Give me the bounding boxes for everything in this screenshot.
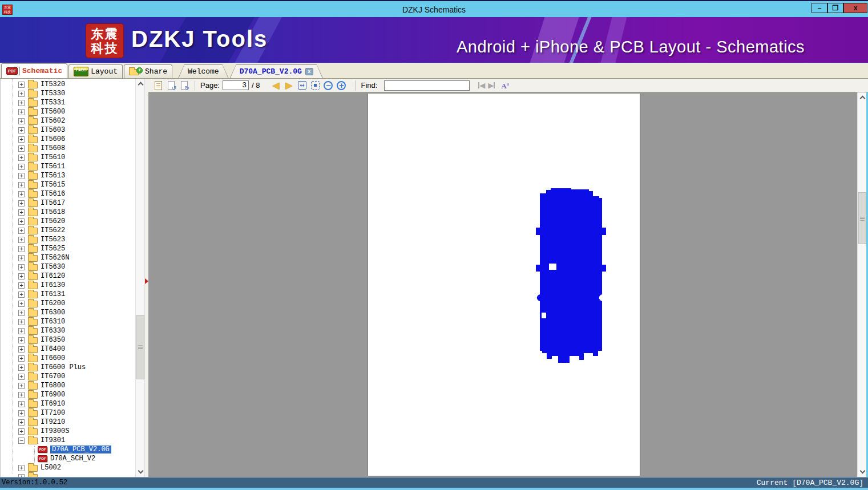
expand-icon[interactable]: + bbox=[18, 191, 25, 197]
expand-icon[interactable]: + bbox=[18, 164, 25, 170]
fit-width-button[interactable]: ↔ bbox=[297, 80, 307, 91]
tree-item-folder[interactable]: +IT5615 bbox=[1, 180, 135, 189]
expand-icon[interactable]: + bbox=[18, 182, 25, 188]
zoom-in-button[interactable]: + bbox=[336, 80, 346, 91]
tree-item-folder[interactable]: +IT6350 bbox=[1, 335, 135, 345]
tree-item-folder[interactable]: +IT6330 bbox=[1, 326, 135, 335]
tree-item-folder[interactable]: +IT6910 bbox=[1, 399, 135, 408]
viewer-scrollbar[interactable] bbox=[857, 92, 866, 477]
tree-item-folder[interactable]: +IT6200 bbox=[1, 299, 135, 308]
expand-icon[interactable]: + bbox=[18, 200, 25, 206]
page-number-input[interactable] bbox=[223, 80, 249, 90]
tree-item-folder[interactable]: +IT5630 bbox=[1, 262, 135, 272]
tree-item-folder[interactable]: +IT6700 bbox=[1, 372, 135, 381]
tree-item-folder[interactable]: +IT5600 bbox=[1, 107, 135, 116]
rotate-right-button[interactable]: ↻ bbox=[179, 80, 189, 91]
expand-icon[interactable]: + bbox=[18, 401, 25, 407]
tab-share[interactable]: + Share bbox=[124, 64, 172, 78]
tree-item-document[interactable]: PDFD70A_PCB_V2.0G bbox=[1, 445, 135, 454]
tab-schematic[interactable]: PDF Schematic bbox=[1, 63, 67, 78]
tree-item-folder[interactable]: +IT6400 bbox=[1, 345, 135, 354]
next-page-button[interactable]: ▶ bbox=[284, 80, 294, 91]
tree-item-folder[interactable]: +IT6600 bbox=[1, 354, 135, 363]
tree-item-folder[interactable]: +L5002 bbox=[1, 463, 135, 472]
expand-icon[interactable]: + bbox=[18, 173, 25, 179]
tree-item-folder[interactable]: +IT5625 bbox=[1, 244, 135, 253]
tree-item-folder[interactable]: +IT5617 bbox=[1, 199, 135, 208]
expand-icon[interactable]: + bbox=[18, 419, 25, 426]
viewer-scrollbar-thumb[interactable] bbox=[858, 192, 866, 244]
expand-icon[interactable]: + bbox=[18, 273, 25, 280]
tree-item-folder[interactable]: +IT6130 bbox=[1, 281, 135, 290]
expand-icon[interactable]: + bbox=[18, 237, 25, 243]
tree-item-folder[interactable]: +IT6600 Plus bbox=[1, 363, 135, 372]
tree-item-folder[interactable]: +IT5606 bbox=[1, 135, 135, 144]
tree-item-folder[interactable]: +IT5618 bbox=[1, 208, 135, 217]
find-input[interactable] bbox=[384, 80, 470, 91]
tree-item-folder[interactable]: +IT5623 bbox=[1, 235, 135, 244]
tree-scrollbar[interactable] bbox=[135, 79, 144, 477]
expand-icon[interactable]: + bbox=[18, 337, 25, 343]
expand-icon[interactable]: + bbox=[18, 118, 25, 124]
expand-icon[interactable]: + bbox=[18, 246, 25, 252]
collapse-icon[interactable]: − bbox=[18, 438, 25, 444]
tree-item-folder[interactable]: +IT9300S bbox=[1, 427, 135, 436]
tree-item-folder[interactable]: +IT5608 bbox=[1, 144, 135, 153]
fit-page-button[interactable] bbox=[310, 80, 320, 91]
expand-icon[interactable]: + bbox=[18, 465, 25, 471]
expand-icon[interactable]: + bbox=[18, 328, 25, 334]
find-previous-button[interactable]: ◀ bbox=[478, 81, 485, 90]
tree-item-folder[interactable]: +IT6310 bbox=[1, 317, 135, 326]
expand-icon[interactable]: + bbox=[18, 109, 25, 115]
minimize-button[interactable]: – bbox=[812, 3, 827, 13]
doc-tab-welcome[interactable]: Welcome bbox=[178, 64, 229, 78]
scroll-up-icon[interactable] bbox=[136, 79, 144, 88]
expand-icon[interactable]: + bbox=[18, 374, 25, 380]
tree-item-folder[interactable]: +IT6900 bbox=[1, 390, 135, 399]
expand-icon[interactable]: + bbox=[18, 392, 25, 398]
match-case-button[interactable]: Aa bbox=[501, 80, 508, 90]
tree-item-folder[interactable]: +IT5320 bbox=[1, 80, 135, 89]
expand-icon[interactable]: + bbox=[18, 91, 25, 97]
expand-icon[interactable]: + bbox=[18, 255, 25, 261]
rotate-left-button[interactable]: ↺ bbox=[166, 80, 176, 91]
expand-icon[interactable]: + bbox=[18, 410, 25, 416]
expand-icon[interactable]: + bbox=[18, 282, 25, 289]
scroll-down-icon[interactable] bbox=[136, 467, 144, 477]
tree-scrollbar-thumb[interactable] bbox=[136, 315, 144, 379]
expand-icon[interactable]: + bbox=[18, 383, 25, 389]
close-button[interactable]: x bbox=[843, 3, 867, 13]
tree-item-folder[interactable]: +IT6300 bbox=[1, 308, 135, 317]
tab-layout[interactable]: PADS Layout bbox=[68, 64, 123, 78]
tree-item-folder[interactable]: +IT5622 bbox=[1, 226, 135, 235]
scroll-up-icon[interactable] bbox=[858, 92, 867, 102]
expand-icon[interactable]: + bbox=[18, 355, 25, 362]
panel-splitter[interactable] bbox=[144, 79, 148, 477]
expand-icon[interactable]: + bbox=[18, 365, 25, 371]
tree-item-folder[interactable]: +IT5602 bbox=[1, 116, 135, 125]
tree-item-folder[interactable]: +IT5603 bbox=[1, 125, 135, 135]
expand-icon[interactable]: + bbox=[18, 209, 25, 216]
tree-item-folder[interactable]: +IT6800 bbox=[1, 381, 135, 390]
expand-icon[interactable]: + bbox=[18, 82, 25, 88]
tree-item-document[interactable]: PDFD70A_SCH_V2 bbox=[1, 454, 135, 463]
scroll-down-icon[interactable] bbox=[858, 467, 867, 477]
tree-item-folder[interactable]: + bbox=[1, 472, 135, 477]
expand-icon[interactable]: + bbox=[18, 264, 25, 270]
tree-item-folder[interactable]: +IT9210 bbox=[1, 418, 135, 427]
expand-icon[interactable]: + bbox=[18, 136, 25, 143]
expand-icon[interactable]: + bbox=[18, 127, 25, 133]
expand-icon[interactable]: + bbox=[18, 291, 25, 298]
expand-icon[interactable]: + bbox=[18, 218, 25, 225]
copy-text-button[interactable] bbox=[153, 80, 163, 91]
maximize-button[interactable]: ❐ bbox=[827, 3, 843, 13]
expand-icon[interactable]: + bbox=[18, 100, 25, 106]
expand-icon[interactable]: + bbox=[18, 310, 25, 316]
expand-icon[interactable]: + bbox=[18, 155, 25, 161]
tree-item-folder[interactable]: +IT5331 bbox=[1, 98, 135, 107]
tree-item-folder[interactable]: +IT5620 bbox=[1, 217, 135, 226]
zoom-out-button[interactable]: − bbox=[323, 80, 333, 91]
tree-item-folder[interactable]: +IT5610 bbox=[1, 153, 135, 162]
tree-item-folder[interactable]: +IT5330 bbox=[1, 89, 135, 98]
expand-icon[interactable]: + bbox=[18, 228, 25, 234]
